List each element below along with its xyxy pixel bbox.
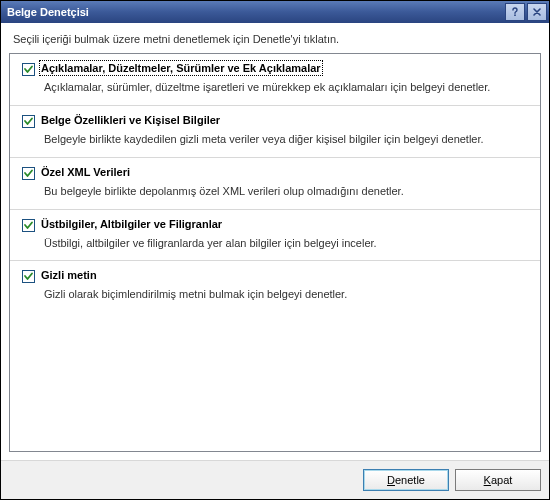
inspector-option-head: Gizli metin — [22, 269, 528, 283]
inspector-option: Belge Özellikleri ve Kişisel BilgilerBel… — [10, 106, 540, 158]
inspector-option-desc: Bu belgeyle birlikte depolanmış özel XML… — [44, 184, 528, 199]
titlebar: Belge Denetçisi — [1, 1, 549, 23]
inspector-option-desc: Üstbilgi, altbilgiler ve filigranlarda y… — [44, 236, 528, 251]
inspector-option-title[interactable]: Gizli metin — [41, 269, 97, 281]
close-icon — [532, 7, 542, 17]
inspector-option-head: Özel XML Verileri — [22, 166, 528, 180]
window-title: Belge Denetçisi — [7, 6, 503, 18]
close-button-acc: K — [484, 474, 491, 486]
checkbox[interactable] — [22, 219, 35, 232]
help-icon — [510, 7, 520, 17]
titlebar-buttons — [503, 3, 547, 21]
inspector-option-desc: Açıklamalar, sürümler, düzeltme işaretle… — [44, 80, 528, 95]
checkbox[interactable] — [22, 270, 35, 283]
inspector-option-title[interactable]: Açıklamalar, Düzeltmeler, Sürümler ve Ek… — [41, 62, 321, 74]
inspector-option-head: Belge Özellikleri ve Kişisel Bilgiler — [22, 114, 528, 128]
instruction-text: Seçili içeriği bulmak üzere metni denetl… — [1, 23, 549, 53]
inspector-option-title[interactable]: Özel XML Verileri — [41, 166, 130, 178]
inspect-button-acc: D — [387, 474, 395, 486]
inspector-option: Özel XML VerileriBu belgeyle birlikte de… — [10, 158, 540, 210]
help-button[interactable] — [505, 3, 525, 21]
inspector-option-desc: Gizli olarak biçimlendirilmiş metni bulm… — [44, 287, 528, 302]
inspector-option: Açıklamalar, Düzeltmeler, Sürümler ve Ek… — [10, 54, 540, 106]
inspector-option-desc: Belgeyle birlikte kaydedilen gizli meta … — [44, 132, 528, 147]
inspector-option-title[interactable]: Belge Özellikleri ve Kişisel Bilgiler — [41, 114, 220, 126]
inspector-options-list: Açıklamalar, Düzeltmeler, Sürümler ve Ek… — [9, 53, 541, 452]
inspect-button[interactable]: Denetle — [363, 469, 449, 491]
inspect-button-post: enetle — [395, 474, 425, 486]
close-button-post: apat — [491, 474, 512, 486]
close-button[interactable]: Kapat — [455, 469, 541, 491]
svg-point-0 — [514, 14, 516, 16]
document-inspector-dialog: Belge Denetçisi Seçili içeriği bulmak üz… — [0, 0, 550, 500]
close-window-button[interactable] — [527, 3, 547, 21]
checkbox[interactable] — [22, 167, 35, 180]
inspector-option: Üstbilgiler, Altbilgiler ve FiligranlarÜ… — [10, 210, 540, 262]
checkbox[interactable] — [22, 63, 35, 76]
checkbox[interactable] — [22, 115, 35, 128]
inspector-option-head: Açıklamalar, Düzeltmeler, Sürümler ve Ek… — [22, 62, 528, 76]
inspector-option: Gizli metinGizli olarak biçimlendirilmiş… — [10, 261, 540, 312]
inspector-option-title[interactable]: Üstbilgiler, Altbilgiler ve Filigranlar — [41, 218, 222, 230]
dialog-button-row: Denetle Kapat — [1, 460, 549, 499]
inspector-option-head: Üstbilgiler, Altbilgiler ve Filigranlar — [22, 218, 528, 232]
